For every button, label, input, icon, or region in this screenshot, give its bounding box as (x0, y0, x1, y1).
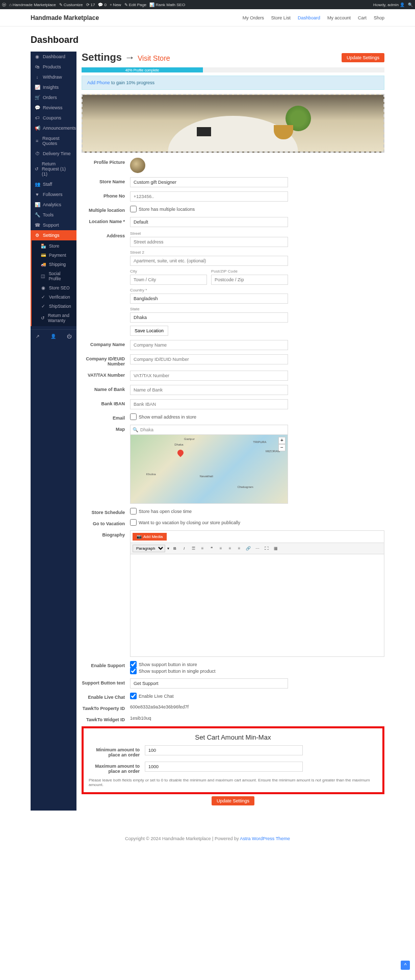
bank-input[interactable] (130, 385, 288, 395)
sidebar-item-announcements[interactable]: 📢Announcements (31, 123, 76, 133)
live-chat-checkbox[interactable] (130, 693, 137, 699)
new-link[interactable]: + New (110, 3, 121, 7)
add-phone-link[interactable]: Add Phone (87, 80, 110, 85)
email-checkbox[interactable] (130, 413, 137, 420)
store-name-input[interactable] (130, 177, 288, 187)
link-button[interactable]: 🔗 (245, 545, 252, 552)
sidebar-item-products[interactable]: 🛍Products (31, 62, 76, 72)
toolbar-toggle-button[interactable]: ▦ (272, 545, 279, 552)
power-icon[interactable]: ⏻ (67, 334, 71, 339)
sidebar-item-support[interactable]: ☎Support (31, 220, 76, 230)
sidebar-item-tools[interactable]: 🔧Tools (31, 210, 76, 220)
sidebar-item-coupons[interactable]: 🏷Coupons (31, 113, 76, 123)
country-select[interactable]: Bangladesh (130, 293, 288, 304)
top-menu-item-5[interactable]: Shop (374, 15, 384, 20)
paragraph-select[interactable]: Paragraph (133, 545, 165, 552)
sidebar-item-settings[interactable]: ⚙Settings (31, 230, 76, 240)
support-btn-input[interactable] (130, 678, 288, 689)
sidebar-item-withdraw[interactable]: ↓Withdraw (31, 72, 76, 82)
rankmath-link[interactable]: 📊 Rank Math SEO (149, 3, 185, 7)
schedule-checkbox[interactable] (130, 508, 137, 514)
comments-link[interactable]: 💬 0 (98, 3, 106, 7)
street-input[interactable] (130, 237, 288, 247)
support-product-checkbox[interactable] (130, 668, 137, 674)
top-menu-item-0[interactable]: My Orders (243, 15, 264, 20)
sidebar-item-followers[interactable]: ♥Followers (31, 189, 76, 200)
customize-link[interactable]: ✎ Customize (59, 3, 83, 7)
map-search[interactable]: 🔍 Dhaka (131, 425, 288, 435)
city-input[interactable] (130, 275, 207, 285)
theme-link[interactable]: Astra WordPress Theme (240, 836, 290, 841)
map-zoom-in-button[interactable]: + (278, 437, 286, 444)
company-id-input[interactable] (130, 354, 288, 364)
multi-location-checkbox[interactable] (130, 206, 137, 212)
sidebar-item-insights[interactable]: 📈Insights (31, 82, 76, 92)
save-location-button[interactable]: Save Location (130, 326, 168, 336)
sidebar-sub-store[interactable]: 🏪Store (34, 241, 76, 251)
support-store-checkbox[interactable] (130, 661, 137, 668)
min-amount-input[interactable] (145, 745, 303, 755)
sidebar-item-return-request-[interactable]: ↺Return Request (1) (1) (31, 159, 76, 179)
sidebar-sub-payment[interactable]: 💳Payment (34, 251, 76, 260)
number-list-button[interactable]: ≡ (199, 545, 206, 552)
sidebar-item-delivery-time[interactable]: ⏱Delivery Time (31, 149, 76, 159)
bold-button[interactable]: B (171, 545, 178, 552)
location-name-input[interactable] (130, 217, 288, 227)
add-media-button[interactable]: 📷 Add Media (133, 533, 167, 541)
brand-title[interactable]: Handmade Marketplace (31, 14, 99, 21)
fullscreen-button[interactable]: ⛶ (263, 545, 270, 552)
sidebar-item-staff[interactable]: 👥Staff (31, 179, 76, 189)
visit-store-link[interactable]: Visit Store (138, 54, 170, 62)
search-icon[interactable]: 🔍 (408, 3, 413, 7)
howdy-link[interactable]: Howdy, admin 👤 (373, 3, 405, 7)
footer-copy: Copyright © 2024 Handmade Marketplace | … (125, 836, 240, 841)
top-menu-item-3[interactable]: My account (327, 15, 351, 20)
top-menu-item-4[interactable]: Cart (358, 15, 367, 20)
sidebar-sub-verification[interactable]: ✓Verification (34, 292, 76, 302)
street2-input[interactable] (130, 256, 288, 266)
align-right-button[interactable]: ≡ (236, 545, 243, 552)
sidebar-item-analytics[interactable]: 📊Analytics (31, 200, 76, 210)
info-rest: to gain 10% progress (110, 80, 155, 85)
more-button[interactable]: ⋯ (254, 545, 261, 552)
company-name-input[interactable] (130, 340, 288, 350)
map-search-value: Dhaka (140, 427, 153, 432)
iban-input[interactable] (130, 399, 288, 409)
sidebar-sub-social-profile[interactable]: ◫Social Profile (34, 269, 76, 283)
sidebar-sub-return-and-warranty[interactable]: ↺Return and Warranty (34, 311, 76, 325)
avatar[interactable] (130, 158, 145, 173)
align-center-button[interactable]: ≡ (226, 545, 234, 552)
sidebar-item-dashboard[interactable]: ◉Dashboard (31, 52, 76, 62)
site-link[interactable]: ⌂ Handmade Marketplace (9, 3, 56, 7)
vacation-checkbox[interactable] (130, 519, 137, 526)
sidebar-item-reviewss[interactable]: 💬Reviewss (31, 103, 76, 113)
user-icon[interactable]: 👤 (50, 334, 56, 339)
edit-page-link[interactable]: ✎ Edit Page (124, 3, 147, 7)
sidebar-sub-shipstation[interactable]: ✓ShipStation (34, 302, 76, 311)
external-link-icon[interactable]: ↗ (36, 334, 40, 339)
align-left-button[interactable]: ≡ (217, 545, 224, 552)
map-canvas[interactable]: Dhaka Gazipur TRIPURA MIZORAM Khulna Nav… (131, 435, 288, 503)
top-menu-item-1[interactable]: Store List (271, 15, 291, 20)
top-menu-item-2[interactable]: Dashboard (298, 15, 320, 20)
map-zoom-out-button[interactable]: − (278, 444, 286, 451)
italic-button[interactable]: I (180, 545, 188, 552)
bullet-list-button[interactable]: ☰ (190, 545, 197, 552)
state-select[interactable]: Dhaka (130, 312, 288, 323)
editor-textarea[interactable] (131, 554, 384, 656)
updates-link[interactable]: ⟳ 17 (86, 3, 95, 7)
wp-logo-icon[interactable]: ⓦ (2, 2, 6, 8)
phone-input[interactable] (130, 191, 288, 202)
store-banner[interactable] (82, 94, 384, 153)
update-settings-button[interactable]: Update Settings (342, 53, 384, 62)
zip-input[interactable] (211, 275, 288, 285)
vat-input[interactable] (130, 371, 288, 381)
sidebar-item-orders[interactable]: 🛒Orders (31, 92, 76, 103)
sidebar-sub-store-seo[interactable]: ◉Store SEO (34, 283, 76, 292)
max-amount-input[interactable] (145, 762, 303, 772)
sidebar-item-request-quotes[interactable]: ≡Request Quotes (31, 133, 76, 149)
sidebar-sub-shipping[interactable]: 🚚Shipping (34, 260, 76, 269)
update-settings-bottom-button[interactable]: Update Settings (212, 796, 254, 805)
quote-button[interactable]: ❝ (208, 545, 215, 552)
info-box: Add Phone to gain 10% progress (82, 76, 384, 90)
